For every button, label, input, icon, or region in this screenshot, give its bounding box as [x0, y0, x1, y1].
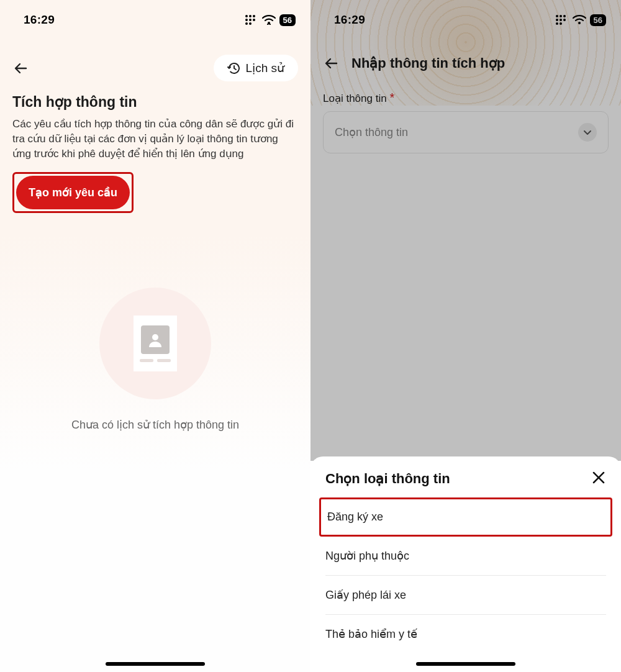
svg-point-0 [245, 15, 248, 17]
status-time: 16:29 [24, 13, 55, 27]
svg-point-15 [560, 19, 562, 21]
svg-point-6 [253, 19, 255, 21]
status-time: 16:29 [334, 13, 365, 27]
cellular-icon [245, 14, 258, 25]
back-button[interactable] [12, 60, 30, 77]
cta-highlight: Tạo mới yêu cầu [12, 172, 134, 213]
history-button[interactable]: Lịch sử [214, 55, 298, 81]
sheet-title: Chọn loại thông tin [325, 471, 450, 487]
svg-point-5 [249, 19, 252, 21]
svg-point-18 [560, 22, 562, 25]
empty-state-text: Chưa có lịch sử tích hợp thông tin [71, 418, 239, 432]
wifi-icon [573, 15, 586, 25]
required-asterisk: * [389, 91, 394, 104]
svg-point-11 [556, 15, 558, 17]
empty-state: Chưa có lịch sử tích hợp thông tin [0, 288, 310, 432]
svg-point-10 [152, 334, 158, 340]
close-icon [591, 470, 606, 485]
status-icons: 56 [555, 14, 606, 26]
battery-icon: 56 [279, 14, 296, 26]
form-label-text: Loại thông tin [323, 93, 387, 104]
cellular-icon [555, 14, 569, 25]
back-button[interactable] [323, 55, 340, 72]
phone-screen-left: 16:29 56 [0, 0, 310, 672]
svg-point-4 [245, 19, 248, 21]
svg-point-2 [253, 15, 255, 17]
svg-point-1 [249, 15, 252, 17]
option-nguoi-phu-thuoc[interactable]: Người phụ thuộc [325, 537, 606, 576]
option-dang-ky-xe[interactable]: Đăng ký xe [319, 497, 612, 537]
arrow-left-icon [324, 56, 339, 71]
status-icons: 56 [245, 14, 296, 26]
svg-point-16 [563, 19, 566, 21]
svg-point-14 [556, 19, 558, 21]
history-label: Lịch sử [246, 61, 284, 75]
home-indicator[interactable] [416, 662, 515, 666]
placeholder-avatar-icon [141, 325, 170, 354]
select-placeholder: Chọn thông tin [335, 125, 408, 139]
status-bar: 16:29 56 [310, 0, 621, 37]
wifi-icon [262, 15, 276, 25]
svg-point-9 [268, 22, 270, 24]
svg-point-7 [245, 22, 248, 25]
svg-point-12 [560, 15, 562, 17]
svg-point-13 [563, 15, 566, 17]
page-title: Tích hợp thông tin [12, 94, 298, 111]
svg-point-8 [249, 22, 252, 25]
battery-icon: 56 [590, 14, 606, 26]
history-clock-icon [227, 61, 241, 75]
page-title: Nhập thông tin tích hợp [351, 55, 505, 71]
arrow-left-icon [14, 61, 29, 76]
status-bar: 16:29 56 [0, 0, 310, 37]
form-label: Loại thông tin * [323, 91, 609, 105]
option-the-bao-hiem-y-te[interactable]: Thẻ bảo hiểm y tế [325, 615, 606, 653]
page-description: Các yêu cầu tích hợp thông tin của công … [12, 117, 298, 161]
bottom-sheet: Chọn loại thông tin Đăng ký xe Người phụ… [310, 456, 621, 672]
option-giay-phep-lai-xe[interactable]: Giấy phép lái xe [325, 576, 606, 615]
home-indicator[interactable] [106, 662, 205, 666]
empty-illustration [99, 288, 211, 399]
chevron-down-icon [578, 123, 597, 142]
phone-screen-right: 16:29 56 Nhập thông tin tíc [310, 0, 621, 672]
close-button[interactable] [591, 470, 606, 488]
svg-point-19 [578, 22, 581, 24]
info-type-select[interactable]: Chọn thông tin [323, 111, 609, 153]
svg-point-17 [556, 22, 558, 25]
create-request-button[interactable]: Tạo mới yêu cầu [16, 176, 130, 209]
